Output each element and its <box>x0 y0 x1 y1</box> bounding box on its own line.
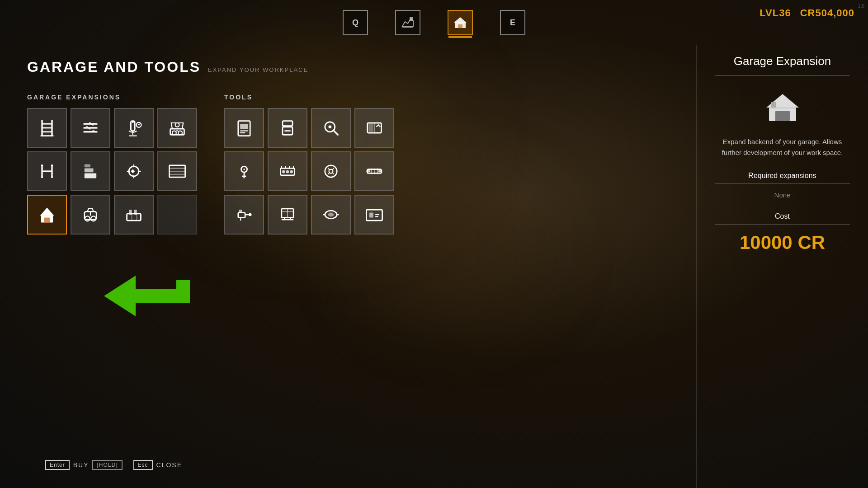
nav-tab-garage[interactable] <box>448 10 473 35</box>
buy-hint: Enter BUY [HOLD] <box>45 460 123 470</box>
grids-container: GARAGE EXPANSIONS <box>27 94 669 235</box>
nav-tab-q[interactable]: Q <box>343 10 368 35</box>
detail-required-value: None <box>715 191 850 199</box>
hold-key: [HOLD] <box>92 460 122 470</box>
garage-cell-4[interactable] <box>27 151 67 191</box>
nav-tab-upgrades[interactable] <box>395 10 420 35</box>
tool-cell-11[interactable] <box>354 195 394 235</box>
svg-point-81 <box>282 170 285 174</box>
svg-rect-57 <box>129 210 132 215</box>
svg-rect-103 <box>239 210 242 213</box>
svg-marker-48 <box>40 208 54 216</box>
bottom-bar: Enter BUY [HOLD] Esc CLOSE <box>45 460 182 470</box>
svg-rect-58 <box>134 210 137 215</box>
buy-key: Enter <box>45 460 70 470</box>
green-arrow-indicator <box>99 276 199 330</box>
svg-point-89 <box>329 169 333 174</box>
garage-cell-5[interactable] <box>71 151 110 191</box>
svg-rect-75 <box>368 124 373 132</box>
hud-level: LVL36 <box>760 7 791 19</box>
page-title-sub: EXPAND YOUR WORKPLACE <box>208 66 308 73</box>
tool-cell-6[interactable] <box>311 151 351 191</box>
svg-point-20 <box>132 121 134 123</box>
detail-title: Garage Expansion <box>715 54 850 76</box>
tool-cell-7[interactable] <box>354 151 394 191</box>
detail-cost-label: Cost <box>715 212 850 225</box>
tool-cell-10[interactable] <box>311 195 351 235</box>
buy-label: BUY <box>73 461 89 469</box>
svg-point-54 <box>91 216 96 221</box>
svg-rect-100 <box>238 213 245 218</box>
svg-marker-1 <box>410 17 413 21</box>
page-title-main: GARAGE AND TOOLS <box>27 59 201 75</box>
tool-cell-0[interactable] <box>224 108 264 148</box>
svg-point-82 <box>286 170 289 174</box>
svg-point-83 <box>290 170 293 174</box>
garage-cell-11[interactable] <box>157 195 197 235</box>
close-hint: Esc CLOSE <box>133 460 182 470</box>
detail-description: Expand backend of your garage. Allows fu… <box>715 136 850 158</box>
svg-line-93 <box>332 173 334 174</box>
garage-icon <box>453 15 467 30</box>
svg-rect-124 <box>771 102 776 108</box>
svg-rect-115 <box>366 210 382 221</box>
svg-point-112 <box>328 213 334 217</box>
hud-top-right: LVL36 CR504,000 <box>760 7 854 19</box>
svg-rect-65 <box>283 121 292 126</box>
tool-cell-3[interactable] <box>354 108 394 148</box>
tools-grid <box>224 108 394 235</box>
garage-cell-1[interactable] <box>71 108 110 148</box>
tool-cell-5[interactable] <box>268 151 307 191</box>
garage-expansions-grid <box>27 108 197 235</box>
garage-cell-0[interactable] <box>27 108 67 148</box>
tool-cell-2[interactable] <box>311 108 351 148</box>
top-nav: Q E <box>0 0 868 41</box>
tools-label: TOOLS <box>224 94 394 101</box>
svg-point-102 <box>249 213 252 216</box>
detail-required-label: Required expansions <box>715 172 850 184</box>
garage-cell-8[interactable] <box>27 195 67 235</box>
version-label: 1.0 <box>858 4 864 9</box>
garage-cell-9[interactable] <box>71 195 110 235</box>
tool-cell-8[interactable] <box>224 195 264 235</box>
svg-point-77 <box>243 169 245 170</box>
garage-cell-3[interactable] <box>157 108 197 148</box>
svg-rect-18 <box>92 131 94 132</box>
tool-cell-4[interactable] <box>224 151 264 191</box>
svg-rect-36 <box>85 173 96 178</box>
svg-rect-38 <box>85 164 90 168</box>
svg-point-88 <box>325 165 337 177</box>
garage-cell-7[interactable] <box>157 151 197 191</box>
nav-tab-e[interactable]: E <box>500 10 525 35</box>
svg-rect-95 <box>366 170 370 172</box>
garage-cell-10[interactable] <box>114 195 154 235</box>
svg-rect-6 <box>456 23 465 24</box>
svg-rect-5 <box>458 24 462 28</box>
svg-rect-96 <box>378 170 382 172</box>
garage-expansions-section: GARAGE EXPANSIONS <box>27 94 197 235</box>
detail-icon-area <box>715 89 850 126</box>
svg-rect-62 <box>240 124 248 129</box>
svg-rect-56 <box>127 214 141 221</box>
garage-cell-2[interactable] <box>114 108 154 148</box>
svg-rect-122 <box>775 111 790 121</box>
svg-point-53 <box>85 216 90 221</box>
tool-cell-1[interactable] <box>268 108 307 148</box>
tool-cell-9[interactable] <box>268 195 307 235</box>
svg-rect-116 <box>369 213 373 218</box>
svg-marker-4 <box>454 17 467 23</box>
upgrades-icon <box>401 15 415 30</box>
garage-expansions-label: GARAGE EXPANSIONS <box>27 94 197 101</box>
tools-section: TOOLS <box>224 94 394 235</box>
svg-line-91 <box>332 168 334 169</box>
svg-rect-37 <box>85 168 94 172</box>
hud-currency: CR504,000 <box>800 7 854 19</box>
close-label: CLOSE <box>156 461 182 469</box>
garage-cell-6[interactable] <box>114 151 154 191</box>
right-panel: Garage Expansion Expand backend of your … <box>696 45 868 488</box>
svg-line-90 <box>328 168 329 169</box>
detail-cost-value: 10000 CR <box>715 232 850 253</box>
close-key: Esc <box>133 460 153 470</box>
page-title-area: GARAGE AND TOOLS EXPAND YOUR WORKPLACE <box>27 59 669 75</box>
detail-garage-icon <box>764 89 801 126</box>
